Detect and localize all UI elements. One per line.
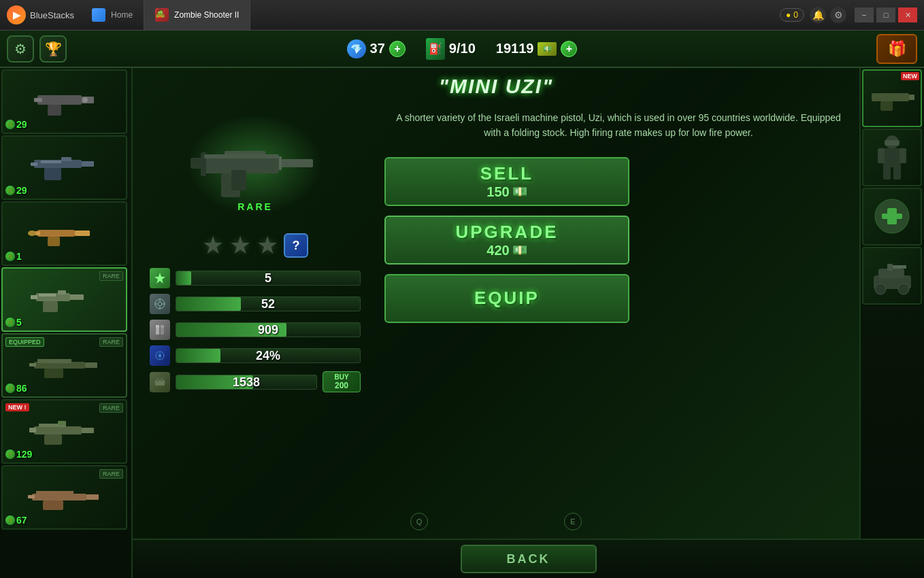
sell-button[interactable]: SELL 150 💵 <box>384 157 629 206</box>
svg-rect-23 <box>85 362 97 368</box>
svg-rect-17 <box>70 294 84 300</box>
shortcut-e: E <box>564 513 582 530</box>
svg-rect-7 <box>44 168 61 180</box>
weapon-item-3[interactable]: 🌿 1 <box>1 201 127 266</box>
upgrade-label: UPGRADE <box>455 222 558 243</box>
tab-game[interactable]: 🧟 Zombie Shooter II <box>144 0 250 30</box>
right-weapon-2-image <box>868 132 916 183</box>
weapon-item-6-new[interactable]: NEW ! RARE 🌿 129 <box>1 399 127 464</box>
weapon-6-rare-badge: RARE <box>99 403 123 413</box>
weapon-3-cost-badge: 🌿 1 <box>5 251 22 262</box>
gear-button[interactable]: ⚙ <box>7 35 34 63</box>
svg-rect-12 <box>75 231 90 236</box>
svg-rect-67 <box>883 148 901 167</box>
right-weapon-3-image <box>868 194 916 239</box>
weapon-item-2[interactable]: 🌿 29 <box>1 135 127 200</box>
svg-rect-25 <box>44 369 63 378</box>
bio-stat-row: 24% <box>150 345 361 366</box>
weapon-3-image <box>24 215 105 252</box>
weapon-6-cost-badge: 🌿 129 <box>5 449 32 460</box>
gems-plus-button[interactable]: + <box>389 41 406 57</box>
power-stat-row: 5 <box>150 268 361 288</box>
upgrade-cost-value: 420 <box>486 243 509 258</box>
svg-rect-62 <box>161 378 163 381</box>
buy-ammo-button[interactable]: BUY 200 <box>323 371 361 392</box>
equip-button[interactable]: EQUIP <box>384 274 629 323</box>
svg-rect-19 <box>43 301 58 312</box>
stars-rating: ★ ★ ★ ? <box>202 231 308 260</box>
svg-rect-63 <box>872 93 909 101</box>
star-3: ★ <box>257 231 278 260</box>
coins-value: 0 <box>793 10 798 20</box>
tab-home[interactable]: Home <box>81 0 144 30</box>
weapon-4-image <box>24 281 105 318</box>
tab-bar: Home 🧟 Zombie Shooter II <box>81 0 780 30</box>
svg-point-49 <box>158 302 162 306</box>
equip-label: EQUIP <box>474 288 540 309</box>
magazine-icon <box>150 372 170 392</box>
magazine-stat-row: 1538 BUY 200 <box>150 371 361 392</box>
svg-rect-26 <box>37 359 71 363</box>
bio-value: 24% <box>176 349 360 363</box>
mini-uzi-svg <box>184 124 327 205</box>
weapon-item-1[interactable]: 🌿 29 <box>1 69 127 134</box>
bs-name: BlueStacks <box>30 10 74 20</box>
cash-plus-button[interactable]: + <box>561 41 577 57</box>
right-weapon-4[interactable] <box>862 247 922 305</box>
svg-rect-78 <box>887 264 893 271</box>
svg-rect-28 <box>82 428 94 433</box>
svg-rect-14 <box>48 237 60 246</box>
weapon-6-cost: 129 <box>16 449 32 460</box>
svg-rect-3 <box>34 98 42 102</box>
game-tab-icon: 🧟 <box>155 8 169 22</box>
detail-layout: RARE ★ ★ ★ ? <box>139 103 853 392</box>
svg-rect-70 <box>883 166 891 180</box>
weapon-item-5-equipped[interactable]: EQUIPPED RARE 🌿 86 <box>1 333 127 398</box>
right-weapon-sidebar: NEW <box>859 68 924 539</box>
upgrade-button[interactable]: UPGRADE 420 💵 <box>384 216 629 265</box>
fuel-value: 9/10 <box>449 41 476 56</box>
aim-icon <box>150 294 170 314</box>
equipped-badge: EQUIPPED <box>5 337 44 347</box>
stats-section: 5 52 <box>150 268 361 392</box>
notification-icon[interactable]: 🔔 <box>810 7 826 23</box>
maximize-button[interactable]: □ <box>876 7 895 22</box>
ammo-value: 909 <box>176 323 360 337</box>
weapon-main-image <box>180 120 330 209</box>
sell-label: SELL <box>480 163 533 184</box>
weapon-7-cost-badge: 🌿 67 <box>5 515 27 526</box>
weapon-4-rare-badge: RARE <box>99 271 123 281</box>
weapon-5-rare-badge: RARE <box>99 337 123 347</box>
magazine-value: 1538 <box>176 375 316 389</box>
money-icon-sell: 💵 <box>512 184 527 199</box>
close-button[interactable]: ✕ <box>898 7 917 22</box>
svg-rect-34 <box>86 494 99 500</box>
svg-rect-36 <box>43 500 63 510</box>
weapon-5-cost: 86 <box>16 383 27 394</box>
weapon-item-4-selected[interactable]: RARE 🌿 5 <box>1 267 127 332</box>
weapon-item-7[interactable]: RARE 🌿 67 <box>1 465 127 530</box>
svg-rect-2 <box>48 105 61 116</box>
back-button[interactable]: BACK <box>461 545 597 573</box>
svg-rect-68 <box>878 148 885 163</box>
right-weapon-4-image <box>868 254 916 298</box>
weapon-4-cost-badge: 🌿 5 <box>5 317 22 328</box>
sell-cost-value: 150 <box>486 184 509 200</box>
right-weapon-1[interactable]: NEW <box>862 69 922 127</box>
upgrade-cost: 420 💵 <box>486 243 527 258</box>
right-weapon-3[interactable] <box>862 188 922 245</box>
top-hud: ⚙ 🏆 💎 37 + ⛽ 9/10 19119 💵 + 🎁 <box>0 31 924 68</box>
trophy-button[interactable]: 🏆 <box>39 35 67 63</box>
ammo-stat-row: 909 <box>150 320 361 340</box>
help-button[interactable]: ? <box>284 233 308 258</box>
minimize-button[interactable]: − <box>855 7 874 22</box>
chest-button[interactable]: 🎁 <box>876 34 917 64</box>
svg-rect-56 <box>156 325 159 328</box>
settings-icon[interactable]: ⚙ <box>830 7 846 23</box>
bio-stat-bar: 24% <box>176 348 361 363</box>
cash-value: 19119 <box>496 41 534 56</box>
right-weapon-2[interactable] <box>862 129 922 186</box>
weapon-right-section: A shorter variety of the Israeli machine… <box>378 103 853 392</box>
sell-cost: 150 💵 <box>486 184 527 200</box>
leaf-icon-7: 🌿 <box>5 515 15 525</box>
